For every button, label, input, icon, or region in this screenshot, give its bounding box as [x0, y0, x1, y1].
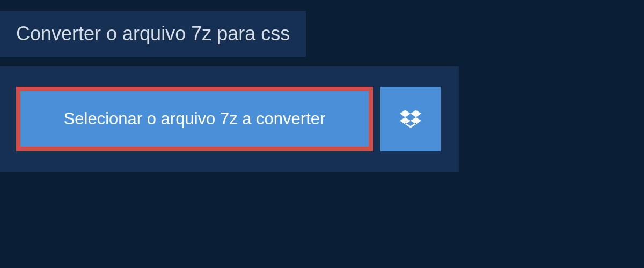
dropbox-button[interactable] — [380, 87, 441, 151]
dropbox-icon — [400, 108, 421, 130]
upload-panel: Selecionar o arquivo 7z a converter — [0, 66, 459, 172]
header-tab: Converter o arquivo 7z para css — [0, 11, 306, 57]
select-file-label: Selecionar o arquivo 7z a converter — [64, 109, 326, 129]
select-file-button[interactable]: Selecionar o arquivo 7z a converter — [16, 87, 373, 151]
page-title: Converter o arquivo 7z para css — [16, 23, 290, 45]
